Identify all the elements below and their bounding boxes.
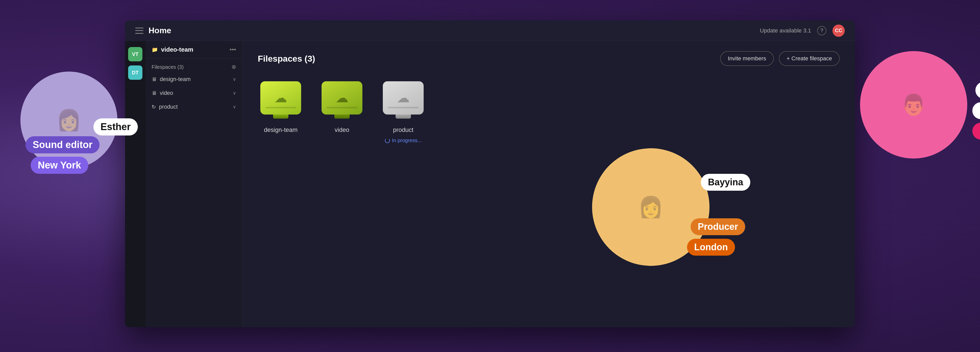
invite-members-button[interactable]: Invite members	[720, 51, 774, 66]
bayyina-role-label: Producer	[698, 221, 738, 232]
title-bar-right: Update available 3.1 ? CC	[760, 24, 845, 37]
drive-icon-design: 🖥	[151, 77, 157, 82]
filespace-header: Filespaces (3) Invite members + Create f…	[258, 51, 840, 66]
drive-connector-design	[273, 115, 288, 118]
esther-photo-container: 👩 Esther Sound editor New York	[21, 72, 118, 169]
chevron-icon-design: ∨	[233, 77, 236, 82]
title-bar-left: Home	[135, 26, 171, 35]
filespaces-section: Filespaces (3) ⊕ 🖥 design-team ∨ 🖥 video…	[145, 59, 242, 117]
workspace-icon-vt[interactable]: VT	[128, 47, 142, 61]
filespace-card-product[interactable]: ☁ product In progress...	[380, 81, 426, 143]
sidebar-item-design-team[interactable]: 🖥 design-team ∨	[145, 72, 242, 86]
spinner-icon	[385, 138, 390, 143]
filespace-card-design[interactable]: ☁ design-team	[258, 81, 304, 143]
window-title: Home	[148, 26, 171, 35]
update-badge: Update available 3.1	[760, 27, 811, 34]
andrew-avatar: 👨	[860, 51, 967, 158]
status-label-product: In progress...	[392, 138, 422, 143]
drive-icon-video: 🖥	[151, 90, 157, 96]
file-sidebar: 📁 video-team ••• Filespaces (3) ⊕ 🖥 desi…	[145, 41, 242, 327]
more-options-icon[interactable]: •••	[230, 46, 236, 53]
drive-connector-video	[334, 115, 350, 118]
team-name: video-team	[161, 46, 227, 53]
andrew-location-tag: Boston	[972, 123, 980, 139]
drive-icon-product: ↻	[151, 104, 156, 110]
bayyina-location-tag: London	[687, 239, 735, 256]
add-filespace-icon[interactable]: ⊕	[231, 64, 236, 70]
bayyina-card: 👩 Bayyina Producer London	[592, 148, 710, 266]
andrew-card: 👨 Andrew Editor Boston	[860, 51, 967, 158]
drive-body-product: ☁	[383, 81, 424, 115]
bayyina-name-label: Bayyina	[708, 177, 743, 187]
header-actions: Invite members + Create filespace	[720, 51, 840, 66]
drive-connector-product	[396, 115, 411, 118]
chevron-icon-video: ∨	[233, 90, 236, 96]
team-icon: 📁	[151, 46, 158, 53]
andrew-role-tag: Editor	[972, 102, 980, 119]
sidebar-label-product: product	[159, 104, 230, 110]
esther-role-tag: Sound editor	[25, 136, 100, 154]
filespaces-count: Filespaces (3)	[151, 64, 184, 70]
title-bar: Home Update available 3.1 ? CC	[125, 21, 855, 41]
drive-stripe-design	[266, 107, 296, 109]
drive-icon-design-team: ☁	[258, 81, 304, 122]
sidebar-label-design: design-team	[160, 76, 230, 83]
andrew-photo: 👨	[860, 51, 967, 158]
esther-name-tag: Esther	[94, 118, 138, 136]
sidebar-item-video[interactable]: 🖥 video ∨	[145, 86, 242, 100]
drive-icon-product: ☁	[380, 81, 426, 122]
workspace-bar: VT DT	[125, 41, 145, 327]
esther-location-label: New York	[38, 160, 81, 171]
filespace-title: Filespaces (3)	[258, 54, 315, 64]
filespace-card-video[interactable]: ☁ video	[319, 81, 365, 143]
drive-stripe-video	[327, 107, 357, 109]
bayyina-location-label: London	[694, 242, 728, 252]
help-icon[interactable]: ?	[817, 26, 826, 35]
esther-location-tag: New York	[30, 157, 88, 174]
bayyina-photo-container: 👩 Bayyina Producer London	[592, 148, 710, 266]
file-sidebar-header: 📁 video-team •••	[145, 41, 242, 59]
esther-name-label: Esther	[100, 122, 130, 132]
card-name-video: video	[334, 126, 349, 133]
card-status-product: In progress...	[385, 138, 422, 143]
card-name-design: design-team	[264, 126, 298, 133]
card-name-product: product	[393, 126, 414, 133]
sidebar-item-product[interactable]: ↻ product ∨	[145, 100, 242, 114]
workspace-icon-dt[interactable]: DT	[128, 66, 142, 80]
cloud-icon-product: ☁	[397, 91, 410, 104]
esther-card: 👩 Esther Sound editor New York	[21, 72, 118, 169]
drive-body-design: ☁	[260, 81, 301, 115]
drive-body-video: ☁	[321, 81, 363, 115]
user-avatar[interactable]: CC	[832, 24, 845, 37]
bayyina-name-tag: Bayyina	[701, 174, 750, 191]
chevron-icon-product: ∨	[233, 104, 236, 110]
filespaces-label: Filespaces (3) ⊕	[145, 62, 242, 72]
drive-icon-video: ☁	[319, 81, 365, 122]
andrew-name-tag: Andrew	[975, 82, 980, 99]
bayyina-role-tag: Producer	[690, 218, 745, 235]
app-window: Home Update available 3.1 ? CC VT DT 📁 v…	[125, 21, 855, 327]
andrew-photo-container: 👨 Andrew Editor Boston	[860, 51, 967, 158]
filespace-grid: ☁ design-team ☁	[258, 81, 840, 143]
create-filespace-button[interactable]: + Create filespace	[779, 51, 840, 66]
esther-role-label: Sound editor	[33, 139, 92, 150]
cloud-icon-design: ☁	[274, 91, 287, 104]
drive-stripe-product	[388, 107, 418, 109]
sidebar-toggle-icon[interactable]	[135, 27, 143, 34]
sidebar-label-video: video	[160, 90, 230, 96]
filespace-main: Filespaces (3) Invite members + Create f…	[242, 41, 855, 327]
cloud-icon-video: ☁	[336, 91, 348, 104]
